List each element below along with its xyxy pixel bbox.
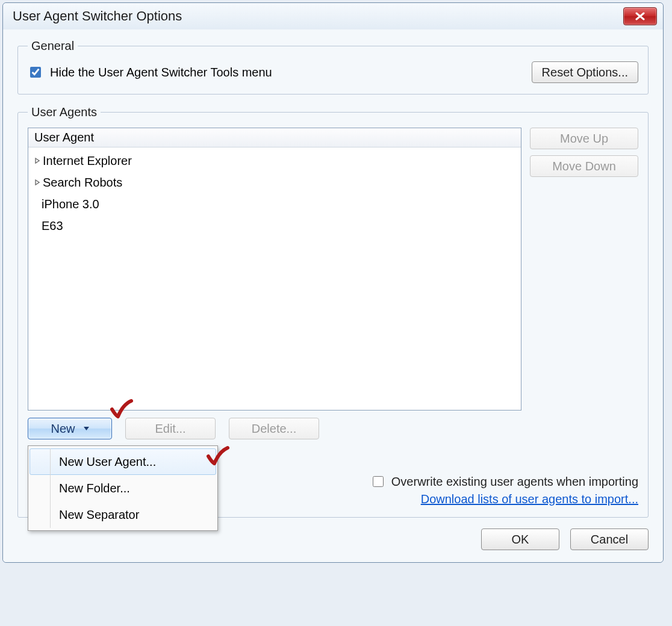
new-menu: New User Agent... New Folder... New Sepa…	[28, 445, 218, 531]
user-agents-column-header[interactable]: User Agent	[28, 128, 521, 147]
client-area: General Hide the User Agent Switcher Too…	[3, 29, 663, 562]
list-item-label: Search Robots	[43, 173, 122, 192]
user-agent-rows: Internet Explorer Search Robots iPhone 3…	[28, 147, 521, 239]
menu-item-new-separator[interactable]: New Separator	[30, 501, 216, 528]
dialog-buttons: OK Cancel	[17, 528, 649, 550]
list-item[interactable]: E63	[28, 215, 521, 237]
close-button[interactable]	[623, 7, 657, 25]
window-title: User Agent Switcher Options	[13, 8, 623, 24]
list-item[interactable]: Internet Explorer	[28, 150, 521, 172]
hide-tools-menu-label: Hide the User Agent Switcher Tools menu	[50, 66, 524, 79]
download-lists-link[interactable]: Download lists of user agents to import.…	[421, 492, 638, 506]
move-down-button[interactable]: Move Down	[530, 155, 638, 177]
user-agents-legend: User Agents	[28, 105, 101, 119]
reset-options-button[interactable]: Reset Options...	[532, 61, 638, 83]
edit-button[interactable]: Edit...	[125, 418, 216, 439]
list-item-label: E63	[42, 216, 63, 235]
delete-button[interactable]: Delete...	[229, 418, 319, 439]
user-agents-group: User Agents User Agent Internet Explorer	[17, 105, 649, 518]
overwrite-checkbox[interactable]	[373, 476, 384, 487]
list-item-label: Internet Explorer	[43, 151, 132, 170]
user-agents-list[interactable]: User Agent Internet Explorer	[28, 128, 521, 411]
options-dialog: User Agent Switcher Options General Hide…	[2, 2, 664, 563]
menu-item-new-user-agent[interactable]: New User Agent...	[30, 448, 216, 475]
general-group: General Hide the User Agent Switcher Too…	[17, 39, 649, 95]
list-action-buttons: New Edit... Delete... New User Agent... …	[28, 418, 638, 439]
titlebar: User Agent Switcher Options	[3, 3, 663, 29]
menu-gutter	[50, 448, 51, 528]
expand-triangle-icon[interactable]	[33, 158, 42, 164]
menu-item-new-folder[interactable]: New Folder...	[30, 475, 216, 501]
general-legend: General	[28, 39, 78, 53]
list-item[interactable]: Search Robots	[28, 172, 521, 193]
expand-triangle-icon[interactable]	[33, 179, 42, 185]
overwrite-label: Overwrite existing user agents when impo…	[391, 475, 638, 489]
ok-button[interactable]: OK	[481, 528, 559, 550]
move-up-button[interactable]: Move Up	[530, 128, 638, 149]
list-item[interactable]: iPhone 3.0	[28, 193, 521, 215]
new-button[interactable]: New	[28, 418, 112, 439]
reorder-buttons: Move Up Move Down	[530, 128, 638, 411]
close-icon	[634, 12, 646, 20]
dropdown-arrow-icon	[84, 427, 89, 430]
new-button-label: New	[51, 422, 75, 436]
list-item-label: iPhone 3.0	[42, 194, 99, 214]
hide-tools-menu-checkbox[interactable]	[30, 67, 41, 78]
cancel-button[interactable]: Cancel	[570, 528, 649, 550]
